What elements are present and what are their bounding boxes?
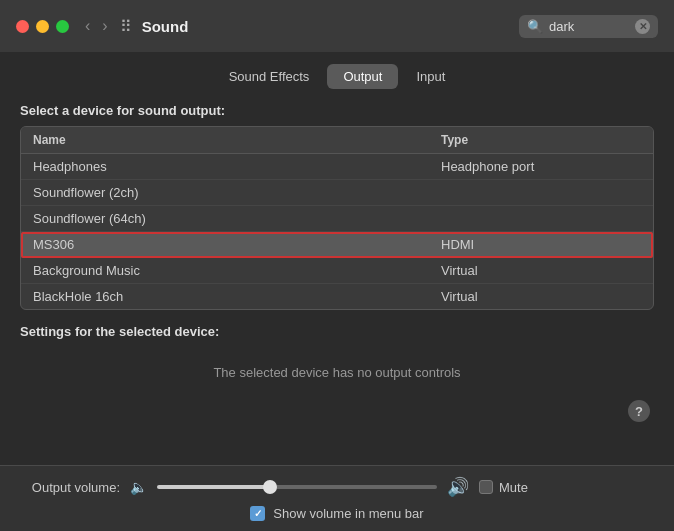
search-icon: 🔍 bbox=[527, 19, 543, 34]
volume-slider[interactable] bbox=[157, 485, 437, 489]
show-volume-checkbox[interactable] bbox=[250, 506, 265, 521]
table-row[interactable]: Headphones Headphone port bbox=[21, 154, 653, 180]
maximize-button[interactable] bbox=[56, 20, 69, 33]
grid-icon: ⠿ bbox=[120, 17, 132, 36]
no-controls-message: The selected device has no output contro… bbox=[20, 349, 654, 390]
tab-bar: Sound Effects Output Input bbox=[0, 52, 674, 99]
show-volume-label: Show volume in menu bar bbox=[273, 506, 423, 521]
volume-low-icon: 🔈 bbox=[130, 479, 147, 495]
nav-arrows: ‹ › bbox=[81, 16, 112, 36]
minimize-button[interactable] bbox=[36, 20, 49, 33]
settings-section: Settings for the selected device: The se… bbox=[20, 324, 654, 390]
search-clear-button[interactable]: ✕ bbox=[635, 19, 650, 34]
titlebar: ‹ › ⠿ Sound 🔍 ✕ bbox=[0, 0, 674, 52]
table-row[interactable]: Background Music Virtual bbox=[21, 258, 653, 284]
help-button[interactable]: ? bbox=[628, 400, 650, 422]
mute-label: Mute bbox=[499, 480, 528, 495]
search-bar: 🔍 ✕ bbox=[519, 15, 658, 38]
help-area: ? bbox=[20, 400, 654, 422]
tab-output[interactable]: Output bbox=[327, 64, 398, 89]
table-body: Headphones Headphone port Soundflower (2… bbox=[21, 154, 653, 309]
volume-row: Output volume: 🔈 🔊 Mute bbox=[20, 476, 654, 498]
table-row-ms306[interactable]: MS306 HDMI bbox=[21, 232, 653, 258]
tab-input[interactable]: Input bbox=[400, 64, 461, 89]
mute-toggle[interactable]: Mute bbox=[479, 480, 528, 495]
main-content: Select a device for sound output: Name T… bbox=[0, 99, 674, 422]
mute-checkbox[interactable] bbox=[479, 480, 493, 494]
bottom-bar: Output volume: 🔈 🔊 Mute Show volume in m… bbox=[0, 465, 674, 531]
close-button[interactable] bbox=[16, 20, 29, 33]
table-row[interactable]: BlackHole 16ch Virtual bbox=[21, 284, 653, 309]
table-row[interactable]: Soundflower (64ch) bbox=[21, 206, 653, 232]
traffic-lights bbox=[16, 20, 69, 33]
col-type-header: Type bbox=[441, 133, 641, 147]
col-name-header: Name bbox=[33, 133, 441, 147]
volume-label: Output volume: bbox=[20, 480, 120, 495]
back-button[interactable]: ‹ bbox=[81, 16, 94, 36]
table-header: Name Type bbox=[21, 127, 653, 154]
volume-high-icon: 🔊 bbox=[447, 476, 469, 498]
tab-sound-effects[interactable]: Sound Effects bbox=[213, 64, 326, 89]
window-title: Sound bbox=[142, 18, 519, 35]
show-volume-row: Show volume in menu bar bbox=[20, 506, 654, 521]
device-table: Name Type Headphones Headphone port Soun… bbox=[20, 126, 654, 310]
table-row[interactable]: Soundflower (2ch) bbox=[21, 180, 653, 206]
device-section-title: Select a device for sound output: bbox=[20, 99, 654, 118]
forward-button[interactable]: › bbox=[98, 16, 111, 36]
search-input[interactable] bbox=[549, 19, 629, 34]
settings-title: Settings for the selected device: bbox=[20, 324, 654, 339]
